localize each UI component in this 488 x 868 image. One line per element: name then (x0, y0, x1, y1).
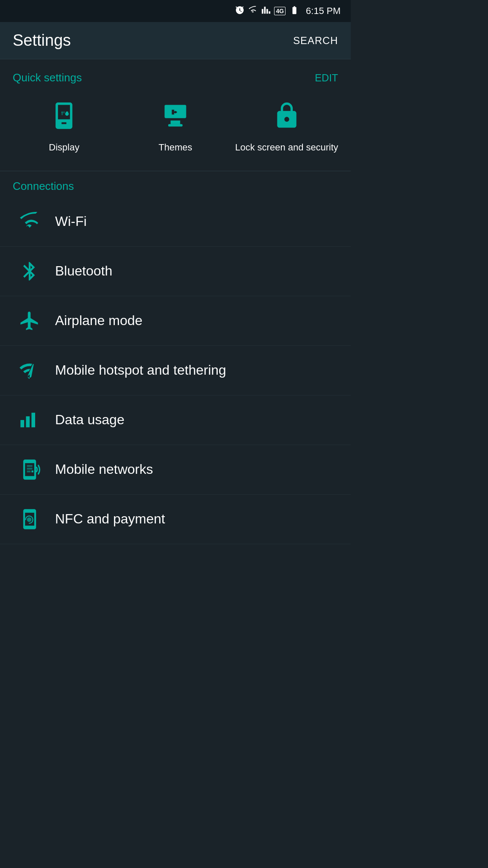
lock-screen-icon (272, 101, 301, 134)
wifi-icon (13, 211, 47, 233)
connections-header: Connections (0, 171, 351, 197)
svg-rect-3 (168, 124, 183, 127)
settings-item-data-usage[interactable]: Data usage (0, 395, 351, 445)
mobile-networks-label: Mobile networks (55, 462, 153, 477)
themes-icon (161, 101, 190, 134)
hotspot-label: Mobile hotspot and tethering (55, 362, 226, 378)
settings-item-hotspot[interactable]: Mobile hotspot and tethering (0, 346, 351, 395)
connections-list: Wi-Fi Bluetooth Airplane mode Mobile hot… (0, 197, 351, 544)
settings-item-airplane[interactable]: Airplane mode (0, 296, 351, 346)
status-bar: 4G 6:15 PM (0, 0, 351, 22)
display-icon (50, 101, 78, 134)
lock-screen-label: Lock screen and security (235, 142, 338, 154)
wifi-label: Wi-Fi (55, 214, 87, 229)
nfc-icon (13, 508, 47, 530)
search-button[interactable]: SEARCH (293, 35, 338, 47)
airplane-icon (13, 310, 47, 332)
app-bar: Settings SEARCH (0, 22, 351, 59)
status-icons: 4G 6:15 PM (235, 6, 341, 17)
themes-label: Themes (158, 142, 192, 154)
signal-icon (261, 6, 271, 17)
settings-item-mobile-networks[interactable]: Mobile networks (0, 445, 351, 495)
settings-item-bluetooth[interactable]: Bluetooth (0, 247, 351, 296)
alarm-icon (235, 6, 244, 17)
quick-setting-display[interactable]: Display (8, 101, 120, 154)
bluetooth-icon (13, 260, 47, 282)
settings-item-nfc[interactable]: NFC and payment (0, 495, 351, 544)
settings-item-wifi[interactable]: Wi-Fi (0, 197, 351, 247)
connections-title: Connections (13, 180, 74, 192)
bluetooth-label: Bluetooth (55, 263, 112, 279)
airplane-label: Airplane mode (55, 313, 142, 328)
data-usage-icon (13, 409, 47, 431)
quick-settings-grid: Display Themes Lock screen and security (0, 89, 351, 171)
edit-button[interactable]: EDIT (315, 72, 338, 84)
quick-settings-title: Quick settings (13, 71, 82, 84)
quick-settings-header: Quick settings EDIT (0, 59, 351, 89)
hotspot-icon (13, 359, 47, 381)
mobile-networks-icon (13, 459, 47, 481)
display-label: Display (49, 142, 79, 154)
battery-icon (289, 6, 300, 17)
page-title: Settings (13, 31, 71, 50)
svg-rect-4 (172, 110, 175, 114)
nfc-label: NFC and payment (55, 511, 165, 527)
quick-setting-themes[interactable]: Themes (120, 101, 231, 154)
quick-setting-lock-screen[interactable]: Lock screen and security (231, 101, 342, 154)
lte-icon: 4G (274, 7, 286, 15)
status-time: 6:15 PM (306, 6, 341, 17)
svg-rect-2 (171, 120, 180, 124)
wifi-status-icon (248, 6, 258, 17)
data-usage-label: Data usage (55, 412, 125, 428)
